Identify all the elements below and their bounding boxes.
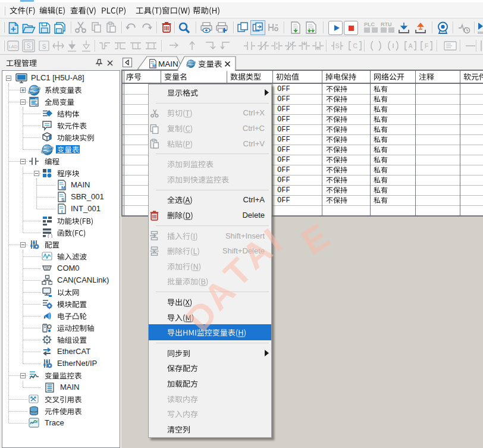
svg-text:(): () [47, 234, 52, 239]
svg-text:M: M [152, 64, 156, 68]
svg-text:M: M [61, 185, 65, 190]
svg-text:F: F [425, 43, 428, 49]
svg-text:I: I [61, 209, 62, 214]
svg-text:S: S [61, 197, 65, 202]
svg-text:C: C [353, 43, 357, 49]
svg-text:S: S [27, 43, 31, 49]
svg-text:LAD: LAD [9, 44, 18, 49]
svg-text:A: A [409, 43, 413, 49]
svg-text:S: S [42, 43, 46, 50]
svg-text:S: S [335, 43, 340, 49]
